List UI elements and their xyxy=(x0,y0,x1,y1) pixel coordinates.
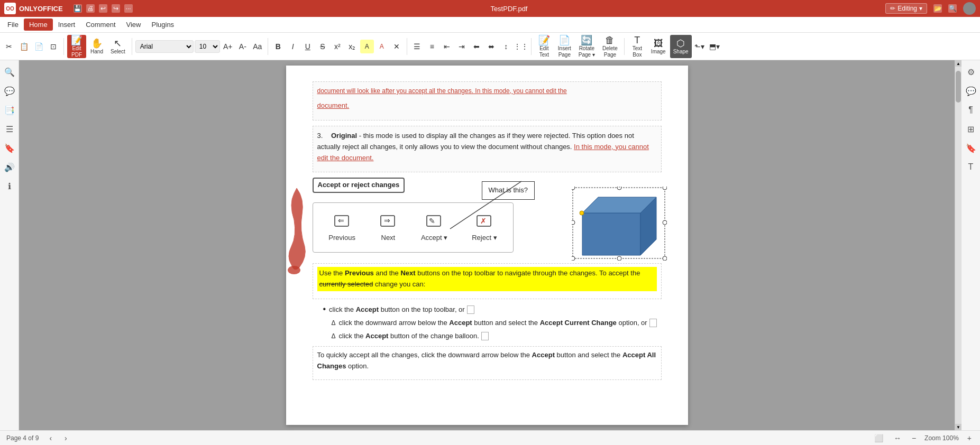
right-panel-settings[interactable]: ⚙ xyxy=(964,64,978,79)
editing-button[interactable]: ✏ Editing ▾ xyxy=(885,3,927,14)
font-size-select[interactable]: 8 9 10 11 12 14 xyxy=(195,40,220,53)
right-panel-bookmark[interactable]: 🔖 xyxy=(964,141,978,155)
sidebar-speaker[interactable]: 🔊 xyxy=(2,160,17,174)
font-case-button[interactable]: Aa xyxy=(251,40,264,53)
redo-button[interactable]: ↪ xyxy=(112,4,120,13)
menu-plugins[interactable]: Plugins xyxy=(146,18,179,31)
previous-button[interactable]: ⇐ Previous xyxy=(324,211,360,244)
paste-button[interactable]: 📄 xyxy=(32,40,45,53)
insert-page-button[interactable]: 📄 Insert Page xyxy=(555,35,574,58)
zoom-in-button[interactable]: + xyxy=(965,434,974,442)
undo-button[interactable]: ↩ xyxy=(99,4,107,13)
app-name: ONLYOFFICE xyxy=(19,5,63,13)
status-bar-right: ⬜ ↔ − Zoom 100% + xyxy=(872,434,974,442)
select-all-button[interactable]: ⊡ xyxy=(47,40,60,53)
font-name-select[interactable]: Arial Times New Roman Calibri xyxy=(135,40,194,53)
line-spacing-button[interactable]: ↕ xyxy=(499,40,513,53)
right-panel-table[interactable]: ⊞ xyxy=(964,122,978,136)
delete-page-icon: 🗑 xyxy=(605,35,615,45)
fit-page-button[interactable]: ⬜ xyxy=(872,434,885,442)
window-controls: 💾 🖨 ↩ ↪ ··· xyxy=(74,4,133,13)
search-header-button[interactable]: 🔍 xyxy=(948,4,957,13)
rotate-page-button[interactable]: 🔄 Rotate Page ▾ xyxy=(575,35,598,58)
select-icon: ↖ xyxy=(114,39,122,48)
menu-comment[interactable]: Comment xyxy=(80,18,121,31)
font-color-button[interactable]: A xyxy=(375,40,389,53)
next-page-button[interactable]: › xyxy=(62,434,69,442)
columns-button[interactable]: ⋮⋮ xyxy=(514,40,528,53)
align-center-button[interactable]: ⬌ xyxy=(484,40,498,53)
menu-home[interactable]: Home xyxy=(24,18,53,31)
cut-button[interactable]: ✂ xyxy=(2,40,16,53)
align-objects-button[interactable]: ⬒▾ xyxy=(708,40,721,53)
shape-button[interactable]: ⬡ Shape xyxy=(670,35,692,58)
align-left-button[interactable]: ⬅ xyxy=(470,40,483,53)
bullet-list-button[interactable]: ☰ xyxy=(410,40,424,53)
bold-button[interactable]: B xyxy=(271,40,285,53)
save-button[interactable]: 💾 xyxy=(74,4,82,13)
select-button[interactable]: ↖ Select xyxy=(107,35,129,58)
red-annotation-shape xyxy=(281,183,313,282)
hand-button[interactable]: ✋ Hand xyxy=(87,35,106,58)
prev-page-button[interactable]: ‹ xyxy=(47,434,54,442)
page-wrapper: document will look like after you accept… xyxy=(286,66,688,425)
text-box-button[interactable]: T Text Box xyxy=(628,35,647,58)
numbered-list-button[interactable]: ≡ xyxy=(425,40,439,53)
next-bold: Next xyxy=(400,269,415,277)
edit-pdf-button[interactable]: 📝 Edit PDF xyxy=(67,35,86,58)
zoom-out-button[interactable]: − xyxy=(910,434,918,442)
italic-button[interactable]: I xyxy=(286,40,300,53)
increase-font-button[interactable]: A+ xyxy=(221,40,235,53)
accept-button[interactable]: ✎ Accept ▾ xyxy=(417,211,452,244)
scroll-down-arrow[interactable]: ▼ xyxy=(955,424,961,430)
text-box-icon: T xyxy=(634,35,640,45)
accept-reject-box: ⇐ Previous xyxy=(313,202,514,253)
increase-indent-button[interactable]: ⇥ xyxy=(455,40,469,53)
subscript-button[interactable]: x₂ xyxy=(345,40,359,53)
menu-file[interactable]: File xyxy=(2,18,24,31)
sidebar-bookmarks[interactable]: 🔖 xyxy=(2,141,17,155)
menu-view[interactable]: View xyxy=(121,18,146,31)
scroll-up-arrow[interactable]: ▲ xyxy=(955,60,961,67)
right-panel-text[interactable]: T xyxy=(964,160,978,174)
accept-reject-section: Accept or reject changes What is this? xyxy=(313,178,662,258)
underline-button[interactable]: U xyxy=(301,40,315,53)
clear-format-button[interactable]: ✕ xyxy=(390,40,404,53)
right-panel-comment[interactable]: 💬 xyxy=(964,84,978,98)
fit-width-button[interactable]: ↔ xyxy=(892,434,903,442)
next-button[interactable]: ⇒ Next xyxy=(375,211,401,244)
sidebar-pages[interactable]: 📑 xyxy=(2,103,17,117)
copy-button[interactable]: 📋 xyxy=(17,40,31,53)
rotate-page-icon: 🔄 xyxy=(581,35,592,45)
scroll-thumb[interactable] xyxy=(956,71,961,103)
decrease-indent-button[interactable]: ⇤ xyxy=(440,40,454,53)
right-panel-paragraph[interactable]: ¶ xyxy=(964,103,978,117)
chevron-down-icon: ▾ xyxy=(919,5,922,12)
bullet-2-annotation xyxy=(649,319,657,327)
sidebar-info[interactable]: ℹ xyxy=(2,179,17,193)
sidebar-search[interactable]: 🔍 xyxy=(2,64,17,79)
reject-button[interactable]: ✗ Reject ▾ xyxy=(468,211,501,244)
title-bar: OO ONLYOFFICE 💾 🖨 ↩ ↪ ··· TestPDF.pdf ✏ … xyxy=(0,0,980,17)
bullet-2-marker: Δ xyxy=(332,318,336,328)
image-button[interactable]: 🖼 Image xyxy=(648,35,669,58)
bullet-1-container: • click the Accept button on the top too… xyxy=(323,302,662,316)
arrange-button[interactable]: ⬑▾ xyxy=(693,40,707,53)
vertical-scrollbar[interactable]: ▲ ▼ xyxy=(955,60,961,430)
open-location-button[interactable]: 📂 xyxy=(933,4,942,13)
image-icon: 🖼 xyxy=(654,39,663,48)
more-button[interactable]: ··· xyxy=(124,4,133,13)
document-area[interactable]: document will look like after you accept… xyxy=(19,60,955,430)
print-button[interactable]: 🖨 xyxy=(86,4,95,13)
superscript-button[interactable]: x² xyxy=(331,40,344,53)
sidebar-comment[interactable]: 💬 xyxy=(2,84,17,98)
strikethrough-button[interactable]: S xyxy=(316,40,329,53)
edit-text-button[interactable]: 📝 Edit Text xyxy=(535,35,554,58)
menu-insert[interactable]: Insert xyxy=(53,18,81,31)
sidebar-headings[interactable]: ☰ xyxy=(2,122,17,136)
main-layout: 🔍 💬 📑 ☰ 🔖 🔊 ℹ document will look like af… xyxy=(0,60,980,430)
delete-page-button[interactable]: 🗑 Delete Page xyxy=(599,35,621,58)
3d-box-shape[interactable] xyxy=(572,187,667,261)
decrease-font-button[interactable]: A- xyxy=(236,40,250,53)
highlight-button[interactable]: A xyxy=(360,40,374,53)
